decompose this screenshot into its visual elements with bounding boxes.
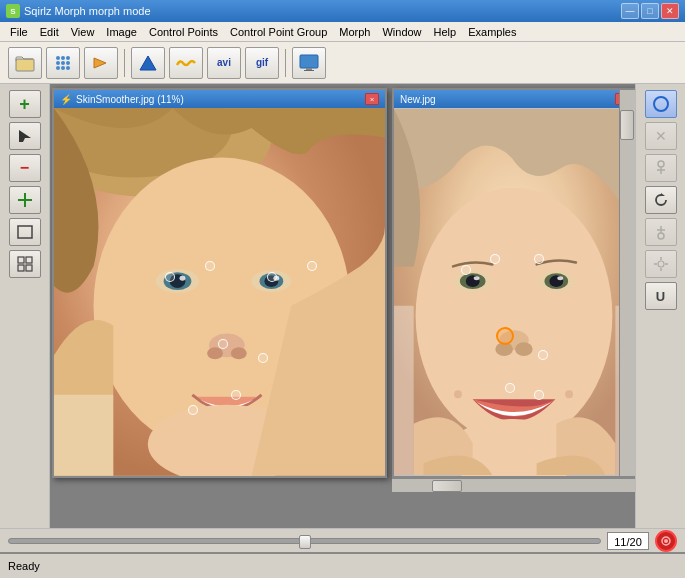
- svg-point-49: [557, 276, 563, 280]
- svg-point-52: [515, 342, 533, 356]
- cp-left-2[interactable]: [205, 261, 215, 271]
- gif-button[interactable]: gif: [245, 47, 279, 79]
- toolbar-separator-1: [124, 49, 125, 77]
- right-window-title: New.jpg: [400, 94, 436, 105]
- rotate-tool-button[interactable]: [645, 186, 677, 214]
- scroll-thumb[interactable]: [620, 110, 634, 140]
- remove-point-button[interactable]: −: [9, 154, 41, 182]
- settings-tool-button[interactable]: [645, 250, 677, 278]
- cp-right-3[interactable]: [534, 254, 544, 264]
- left-window-title-bar[interactable]: ⚡ SkinSmoother.jpg (11%) ×: [54, 90, 385, 108]
- title-bar: S Sqirlz Morph morph mode — □ ✕: [0, 0, 685, 22]
- cp-right-4[interactable]: [538, 350, 548, 360]
- rectangle-tool-button[interactable]: [9, 218, 41, 246]
- status-bar: Ready: [0, 552, 685, 578]
- svg-point-9: [66, 66, 70, 70]
- right-image-window: New.jpg ×: [392, 88, 635, 478]
- svg-rect-0: [16, 59, 34, 71]
- svg-rect-21: [26, 265, 32, 271]
- add-point-button[interactable]: +: [9, 90, 41, 118]
- svg-point-5: [61, 61, 65, 65]
- svg-point-8: [61, 66, 65, 70]
- cp-left-1[interactable]: [165, 272, 175, 282]
- cp-left-7[interactable]: [231, 390, 241, 400]
- frame-counter: 11/20: [607, 532, 649, 550]
- horizontal-scrollbar[interactable]: [392, 478, 635, 492]
- svg-rect-17: [18, 226, 32, 238]
- minimize-button[interactable]: —: [621, 3, 639, 19]
- svg-point-35: [207, 347, 223, 359]
- menu-edit[interactable]: Edit: [34, 22, 65, 41]
- svg-point-29: [179, 276, 185, 281]
- svg-rect-13: [306, 68, 312, 70]
- left-image-content: [54, 108, 385, 476]
- arrow-right-button[interactable]: [84, 47, 118, 79]
- h-scroll-thumb[interactable]: [432, 480, 462, 492]
- cp-right-2[interactable]: [490, 254, 500, 264]
- u-tool-button[interactable]: U: [645, 282, 677, 310]
- cp-left-5[interactable]: [218, 339, 228, 349]
- cp-left-3[interactable]: [267, 272, 277, 282]
- menu-image[interactable]: Image: [100, 22, 143, 41]
- wave-button[interactable]: [169, 47, 203, 79]
- cp-right-5[interactable]: [505, 383, 515, 393]
- svg-point-36: [231, 347, 247, 359]
- svg-point-6: [66, 61, 70, 65]
- pick-color-button[interactable]: [9, 186, 41, 214]
- svg-point-72: [664, 539, 668, 543]
- menu-view[interactable]: View: [65, 22, 101, 41]
- menu-file[interactable]: File: [4, 22, 34, 41]
- right-window-scrollbar[interactable]: [619, 90, 635, 476]
- menu-morph[interactable]: Morph: [333, 22, 376, 41]
- anchor-top-button[interactable]: [645, 154, 677, 182]
- left-tools-panel: + −: [0, 84, 50, 528]
- cp-right-6[interactable]: [534, 390, 544, 400]
- svg-rect-56: [394, 306, 414, 475]
- svg-marker-11: [140, 56, 156, 70]
- maximize-button[interactable]: □: [641, 3, 659, 19]
- cp-left-4[interactable]: [307, 261, 317, 271]
- svg-point-7: [56, 66, 60, 70]
- svg-point-4: [56, 61, 60, 65]
- right-tools-panel: ✕ U: [635, 84, 685, 528]
- slider-bar: 11/20: [0, 528, 685, 552]
- cp-right-active[interactable]: [496, 327, 514, 345]
- triangle-shape-button[interactable]: [131, 47, 165, 79]
- monitor-button[interactable]: [292, 47, 326, 79]
- svg-marker-62: [661, 193, 665, 196]
- svg-point-66: [658, 261, 664, 267]
- record-button[interactable]: [655, 530, 677, 552]
- cp-right-1[interactable]: [461, 265, 471, 275]
- anchor-bottom-button[interactable]: [645, 218, 677, 246]
- svg-rect-39: [54, 395, 113, 476]
- open-folder-button[interactable]: [8, 47, 42, 79]
- menu-bar: File Edit View Image Control Points Cont…: [0, 22, 685, 42]
- title-text: Sqirlz Morph morph mode: [24, 5, 619, 17]
- menu-control-points[interactable]: Control Points: [143, 22, 224, 41]
- cross-tool-button[interactable]: ✕: [645, 122, 677, 150]
- dots-grid-button[interactable]: [46, 47, 80, 79]
- cp-left-6[interactable]: [258, 353, 268, 363]
- arrow-tool-button[interactable]: [9, 122, 41, 150]
- cp-left-8[interactable]: [188, 405, 198, 415]
- svg-point-63: [658, 233, 664, 239]
- menu-help[interactable]: Help: [428, 22, 463, 41]
- menu-window[interactable]: Window: [376, 22, 427, 41]
- menu-control-point-group[interactable]: Control Point Group: [224, 22, 333, 41]
- timeline-slider[interactable]: [8, 538, 601, 544]
- menu-examples[interactable]: Examples: [462, 22, 522, 41]
- right-window-title-bar[interactable]: New.jpg ×: [394, 90, 635, 108]
- oval-tool-button[interactable]: [645, 90, 677, 118]
- close-button[interactable]: ✕: [661, 3, 679, 19]
- left-window-close[interactable]: ×: [365, 93, 379, 105]
- slider-thumb[interactable]: [299, 535, 311, 549]
- app-icon: S: [6, 4, 20, 18]
- svg-point-53: [454, 390, 462, 398]
- svg-rect-14: [304, 70, 314, 71]
- avi-button[interactable]: avi: [207, 47, 241, 79]
- grid-view-button[interactable]: [9, 250, 41, 278]
- left-window-title: SkinSmoother.jpg (11%): [76, 94, 184, 105]
- toolbar: avi gif: [0, 42, 685, 84]
- workspace: + − ⚡ SkinSmoother.jpg (11%) ×: [0, 84, 685, 528]
- svg-point-54: [565, 390, 573, 398]
